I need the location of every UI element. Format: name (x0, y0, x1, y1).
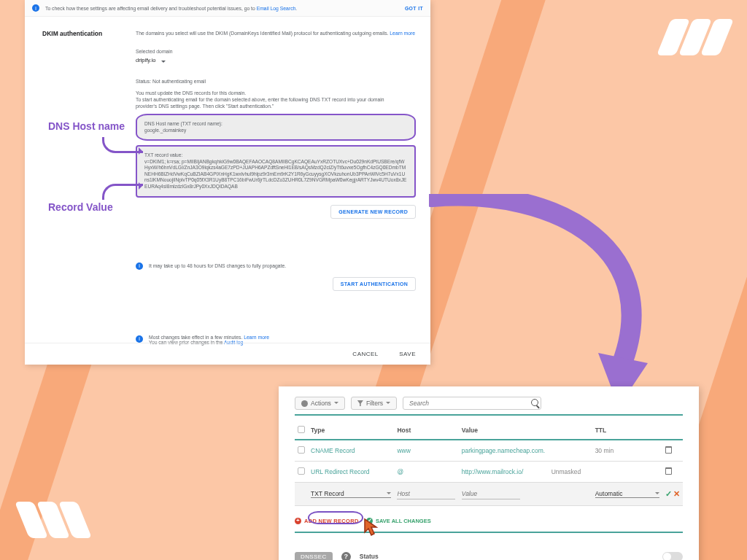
dkim-settings-panel: i To check how these settings are affect… (25, 0, 430, 365)
selected-domain-label: Selected domain (136, 48, 416, 55)
record-type-selected: TXT Record (311, 490, 387, 497)
save-all-label: SAVE ALL CHANGES (376, 518, 431, 524)
actions-label: Actions (311, 400, 331, 407)
must-update-line0: You must update the DNS records for this… (136, 90, 416, 96)
propagation-note: It may take up to 48 hours for DNS chang… (149, 263, 286, 268)
dns-hostname-box: DNS Host name (TXT record name): google.… (136, 114, 416, 141)
search-icon (531, 399, 538, 406)
must-update-line1: To start authenticating email for the do… (136, 96, 416, 103)
filter-icon (357, 400, 363, 406)
col-type: Type (308, 421, 394, 440)
info-icon: i (136, 335, 143, 343)
add-record-row: TXT Record Automatic ✓ ✕ (295, 483, 683, 506)
status-label: Status: (136, 79, 151, 84)
generate-new-record-button[interactable]: GENERATE NEW RECORD (330, 205, 416, 219)
row-checkbox[interactable] (298, 446, 305, 454)
annotation-hostname-label: DNS Host name (48, 120, 125, 132)
brand-slashes-bl (22, 502, 85, 538)
txt-record-value-box: TXT record value: v=DKIM1; k=rsa; p=MIIB… (136, 145, 416, 197)
plus-icon: + (295, 518, 301, 524)
selected-domain-dropdown[interactable]: dripify.io (136, 57, 416, 63)
record-type[interactable]: URL Redirect Record (308, 462, 394, 483)
help-icon[interactable]: ? (341, 552, 351, 561)
table-row: CNAME Record www parkingpage.namecheap.c… (295, 440, 683, 462)
host-input[interactable] (397, 489, 455, 499)
email-log-search-link[interactable]: Email Log Search (257, 6, 296, 11)
chevron-down-icon (655, 492, 659, 497)
col-host: Host (394, 421, 458, 440)
confirm-row-button[interactable]: ✓ (665, 489, 672, 498)
gear-icon (301, 400, 308, 407)
save-all-changes-button[interactable]: ✓ SAVE ALL CHANGES (366, 518, 431, 524)
trash-icon[interactable] (665, 446, 672, 454)
dns-records-table: Type Host Value TTL CNAME Record www par… (295, 421, 683, 506)
actions-dropdown[interactable]: Actions (295, 397, 345, 410)
check-icon: ✓ (366, 518, 373, 524)
chevron-down-icon (334, 402, 338, 406)
record-ttl[interactable] (592, 462, 662, 483)
col-ttl: TTL (592, 421, 662, 440)
col-value: Value (459, 421, 549, 440)
record-host[interactable]: www (394, 440, 458, 462)
learn-more-link-2[interactable]: Learn more (244, 335, 269, 340)
search-input[interactable] (403, 397, 541, 410)
brand-slashes-tr (664, 19, 727, 55)
chevron-down-icon (387, 492, 391, 497)
info-banner: i To check how these settings are affect… (25, 0, 430, 17)
add-new-record-label: ADD NEW RECORD (304, 518, 359, 524)
value-input[interactable] (462, 489, 520, 499)
record-extra (549, 440, 592, 462)
ttl-select[interactable]: Automatic (595, 490, 659, 498)
record-host[interactable]: @ (394, 462, 458, 483)
start-authentication-button[interactable]: START AUTHENTICATION (333, 277, 416, 291)
dns-hostname-label: DNS Host name (TXT record name): (144, 121, 407, 128)
txt-record-value: v=DKIM1; k=rsa; p=MIIBIjANBgkqhkiG9w0BAQ… (144, 159, 406, 189)
record-extra: Unmasked (549, 462, 592, 483)
select-all-checkbox[interactable] (298, 426, 305, 433)
dnssec-tag: DNSSEC (295, 552, 333, 561)
record-value[interactable]: parkingpage.namecheap.com. (459, 440, 549, 462)
audit-line1: Most changes take effect in a few minute… (149, 335, 244, 340)
must-update-line2: provider's DNS settings page. Then click… (136, 103, 416, 109)
selected-domain-value: dripify.io (136, 57, 155, 63)
annotation-arrow-icon (102, 184, 143, 200)
record-type[interactable]: CNAME Record (308, 440, 394, 462)
dnssec-toggle[interactable] (662, 552, 683, 561)
cancel-button[interactable]: CANCEL (352, 351, 378, 357)
dnssec-status-label: Status (360, 553, 379, 560)
ttl-selected: Automatic (595, 490, 655, 497)
record-ttl[interactable]: 30 min (592, 440, 662, 462)
chevron-down-icon (161, 61, 166, 65)
save-button[interactable]: SAVE (399, 351, 416, 357)
banner-text: To check how these settings are affectin… (45, 6, 257, 11)
filters-dropdown[interactable]: Filters (351, 397, 397, 410)
banner-dismiss[interactable]: GOT IT (405, 6, 423, 11)
status-value: Not authenticating email (152, 79, 206, 84)
annotation-arrow-icon (102, 137, 143, 153)
learn-more-link[interactable]: Learn more (390, 31, 415, 36)
info-icon: i (32, 4, 39, 12)
dns-hostname-value: google._domainkey (144, 128, 186, 133)
dkim-description: The domains you select will use the DKIM… (136, 31, 390, 36)
info-icon: i (136, 262, 143, 270)
record-type-select[interactable]: TXT Record (311, 490, 391, 498)
filters-label: Filters (366, 400, 383, 407)
add-new-record-button[interactable]: + ADD NEW RECORD (295, 518, 359, 524)
discard-row-button[interactable]: ✕ (673, 489, 680, 498)
chevron-down-icon (386, 402, 390, 406)
table-row: URL Redirect Record @ http://www.mailroc… (295, 462, 683, 483)
txt-record-label: TXT record value: (144, 152, 407, 159)
trash-icon[interactable] (665, 467, 672, 475)
row-checkbox[interactable] (298, 467, 305, 475)
annotation-recordvalue-label: Record Value (48, 201, 113, 213)
dns-records-panel: Actions Filters Type Host Value TTL (279, 386, 699, 560)
record-value[interactable]: http://www.mailrock.io/ (459, 462, 549, 483)
